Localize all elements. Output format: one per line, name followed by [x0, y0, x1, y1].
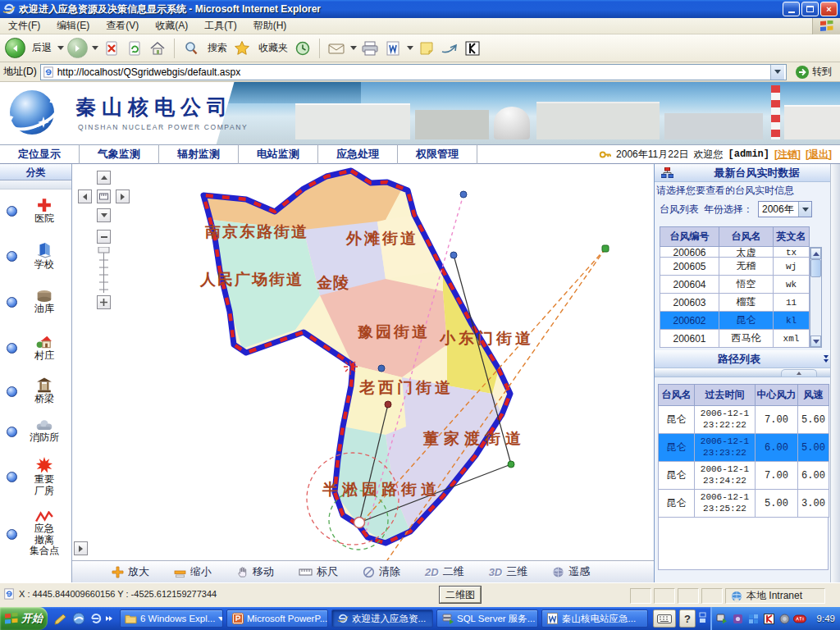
- favorites-star-icon[interactable]: [232, 39, 252, 58]
- typhoon-row[interactable]: 200606太虚tx: [660, 247, 810, 258]
- task-sql-server[interactable]: SQL Server 服务...: [436, 609, 538, 628]
- map-tool-zoom-out[interactable]: 缩小: [174, 564, 212, 579]
- refresh-button[interactable]: [125, 39, 144, 58]
- map-tool-ruler[interactable]: 标尺: [299, 564, 338, 579]
- sidebar-item-school[interactable]: 学校: [0, 232, 71, 280]
- close-button[interactable]: ×: [820, 2, 838, 16]
- year-select[interactable]: 2006年: [758, 201, 812, 217]
- edit-dropdown-icon[interactable]: [407, 46, 413, 50]
- typhoon-row[interactable]: 200601西马伦xml: [660, 330, 810, 348]
- quit-link[interactable]: [退出]: [806, 148, 832, 162]
- forward-dropdown-icon[interactable]: [92, 46, 98, 50]
- pan-right-button[interactable]: [116, 189, 130, 203]
- sidebar-item-bridge[interactable]: 桥梁: [0, 372, 71, 411]
- tray-expand-icon[interactable]: [699, 612, 706, 626]
- mail-dropdown-icon[interactable]: [350, 46, 357, 50]
- track-row[interactable]: 昆仑 2006-12-123:25:22 5.003.00: [659, 490, 829, 518]
- task-word-document[interactable]: 秦山核电站应急...: [541, 609, 648, 628]
- scroll-thumb[interactable]: [810, 259, 821, 277]
- map-tool-pan[interactable]: 移动: [236, 564, 274, 579]
- zoom-in-button[interactable]: [97, 295, 111, 309]
- sidebar-item-village[interactable]: 村庄: [0, 324, 71, 372]
- scroll-up-button[interactable]: [810, 248, 821, 259]
- pan-left-button[interactable]: [78, 189, 92, 203]
- messenger-icon[interactable]: [440, 39, 459, 58]
- menu-tools[interactable]: 工具(T): [196, 17, 244, 34]
- menu-favorites[interactable]: 收藏(A): [147, 17, 196, 34]
- track-row[interactable]: 昆仑 2006-12-123:24:22 7.006.00: [659, 462, 829, 490]
- tray-app-icon[interactable]: [731, 612, 744, 625]
- panel-splitter[interactable]: [655, 368, 840, 377]
- tab-station-monitor[interactable]: 电站监测: [239, 144, 318, 164]
- map-tool-clear[interactable]: 清除: [363, 564, 400, 579]
- year-select-dropdown-button[interactable]: [798, 202, 811, 217]
- sidebar-item-oil-depot[interactable]: 油库: [0, 280, 71, 324]
- forward-button[interactable]: [67, 38, 88, 58]
- tray-antivirus-k-icon[interactable]: [762, 612, 775, 625]
- sidebar-item-important-plant[interactable]: 重要 厂房: [0, 452, 71, 501]
- map-tool-zoom-in[interactable]: 放大: [112, 564, 149, 579]
- sidebar-item-evacuation-point[interactable]: 应急 撤离 集合点: [0, 501, 71, 567]
- track-row[interactable]: 昆仑 2006-12-123:22:22 7.005.60: [659, 406, 829, 434]
- edit-word-icon[interactable]: [383, 39, 403, 58]
- tab-emergency-handling[interactable]: 应急处理: [318, 144, 398, 164]
- path-list-bar[interactable]: 路径列表: [655, 350, 840, 368]
- home-button[interactable]: [148, 39, 167, 58]
- tab-permission-mgmt[interactable]: 权限管理: [398, 144, 477, 164]
- map-mode-button[interactable]: 二维图: [440, 587, 481, 603]
- tray-grid-icon[interactable]: [746, 612, 760, 625]
- menu-help[interactable]: 帮助(H): [245, 17, 295, 34]
- tray-volume-icon[interactable]: [778, 612, 791, 625]
- typhoon-row[interactable]: 200604悟空wk: [660, 276, 810, 294]
- go-button[interactable]: 转到: [790, 64, 837, 80]
- search-label[interactable]: 搜索: [208, 41, 227, 55]
- typhoon-row[interactable]: 200603榴莲11: [660, 294, 810, 312]
- address-dropdown-button[interactable]: [770, 65, 784, 80]
- notes-icon[interactable]: [417, 39, 436, 58]
- tab-radiation-monitor[interactable]: 辐射监测: [159, 144, 239, 164]
- map-canvas[interactable]: [72, 164, 654, 560]
- pan-center-button[interactable]: [97, 189, 111, 203]
- zoom-slider[interactable]: [97, 247, 111, 293]
- typhoon-list-scrollbar[interactable]: [810, 247, 822, 348]
- menu-edit[interactable]: 编辑(E): [48, 17, 98, 34]
- back-dropdown-icon[interactable]: [57, 46, 64, 50]
- stop-button[interactable]: [102, 39, 121, 58]
- address-input[interactable]: http://localhost/QSgridwebgis/default.as…: [40, 64, 787, 80]
- history-icon[interactable]: [293, 39, 313, 58]
- pan-up-button[interactable]: [97, 171, 111, 185]
- menu-view[interactable]: 查看(V): [98, 17, 147, 34]
- typhoon-row-selected[interactable]: 200602昆仑kl: [660, 312, 810, 330]
- splitter-handle[interactable]: [781, 369, 817, 377]
- tray-sql-icon[interactable]: [715, 612, 728, 625]
- quicklaunch-ie-icon[interactable]: [88, 610, 104, 627]
- quicklaunch-messenger-icon[interactable]: [71, 610, 87, 627]
- typhoon-row[interactable]: 200605无稽wj: [660, 258, 810, 276]
- menu-file[interactable]: 文件(F): [0, 17, 48, 34]
- minimize-button[interactable]: [783, 2, 800, 16]
- k-logo-icon[interactable]: [463, 39, 482, 58]
- start-button[interactable]: 开始: [0, 607, 48, 630]
- expand-panel-button[interactable]: [74, 541, 88, 555]
- mail-icon[interactable]: [326, 39, 346, 58]
- search-icon[interactable]: [181, 39, 201, 58]
- map-tool-remote-sensing[interactable]: 遥感: [552, 564, 590, 579]
- pan-down-button[interactable]: [97, 208, 111, 222]
- tab-weather-monitor[interactable]: 气象监测: [80, 144, 159, 164]
- task-windows-explorer-group[interactable]: 6 Windows Expl...: [120, 609, 223, 628]
- help-tray-button[interactable]: [679, 609, 696, 628]
- back-button[interactable]: [5, 38, 25, 58]
- logout-link[interactable]: [注销]: [774, 148, 801, 162]
- language-keyboard-button[interactable]: [653, 609, 676, 628]
- tray-ati-icon[interactable]: [793, 612, 806, 625]
- scroll-down-button[interactable]: [810, 336, 821, 347]
- quicklaunch-overflow-chevron-icon[interactable]: [104, 610, 114, 627]
- maximize-button[interactable]: [801, 2, 819, 16]
- favorites-label[interactable]: 收藏夹: [258, 41, 288, 55]
- map-tool-3d[interactable]: 3D三维: [489, 564, 528, 579]
- task-powerpoint[interactable]: Microsoft PowerP...: [226, 609, 328, 628]
- print-icon[interactable]: [360, 39, 380, 58]
- sidebar-item-hospital[interactable]: 医院: [0, 189, 71, 232]
- collapse-chevrons-icon[interactable]: [824, 355, 829, 363]
- tab-location-display[interactable]: 定位显示: [0, 144, 80, 164]
